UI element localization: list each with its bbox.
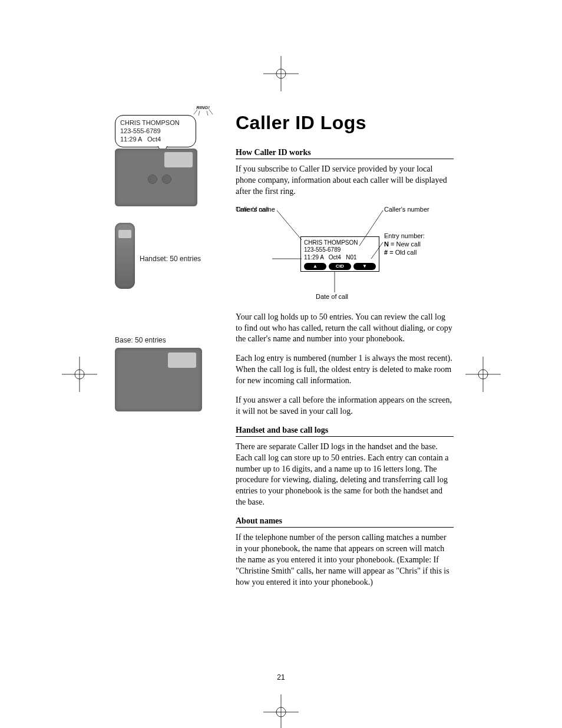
phone-base-illustration-2 — [115, 348, 202, 411]
callout-number: 123-555-6789 — [120, 127, 191, 136]
base-entries-label: Base: 50 entries — [115, 336, 221, 344]
svg-line-12 — [194, 110, 197, 114]
caller-id-callout: RING! CHRIS THOMPSON 123-555-6789 11:29 … — [115, 115, 196, 147]
page-number: 21 — [0, 673, 562, 681]
ring-icon: RING! — [196, 105, 210, 111]
section-heading-handset-base: Handset and base call logs — [236, 426, 454, 437]
body-text: If you answer a call before the informat… — [236, 395, 454, 417]
registration-mark-icon — [263, 694, 299, 728]
callout-time-date: 11:29 A Oct4 — [120, 136, 191, 144]
handset-entries-label: Handset: 50 entries — [140, 255, 221, 263]
svg-line-13 — [199, 111, 200, 116]
svg-line-15 — [207, 111, 208, 116]
svg-point-2 — [276, 69, 286, 78]
diagram-label-entry: Entry number: N = New call # = Old call — [384, 232, 425, 257]
svg-line-14 — [209, 110, 213, 114]
phone-base-illustration — [115, 149, 197, 206]
section-heading-how-works: How Caller ID works — [236, 148, 454, 159]
body-text: There are separate Caller ID logs in the… — [236, 442, 454, 508]
diagram-label-time: Time of call — [236, 206, 269, 213]
body-text: If the telephone number of the person ca… — [236, 532, 454, 588]
callout-name: CHRIS THOMPSON — [120, 119, 191, 127]
handset-illustration — [115, 223, 135, 289]
softkey-down-icon: ▼ — [353, 263, 376, 270]
lcd-row3: 11:29 A Oct4 N01 — [304, 254, 376, 262]
softkey-up-icon: ▲ — [304, 263, 326, 270]
lcd-name: CHRIS THOMPSON — [304, 239, 376, 247]
body-text: If you subscribe to Caller ID service pr… — [236, 164, 454, 197]
section-heading-about-names: About names — [236, 516, 454, 528]
diagram-label-number: Caller's number — [384, 206, 429, 213]
lcd-number: 123-555-6789 — [304, 246, 376, 254]
main-column: Caller ID Logs How Caller ID works If yo… — [236, 112, 454, 597]
sidebar-illustrations: RING! CHRIS THOMPSON 123-555-6789 11:29 … — [115, 115, 221, 411]
diagram-label-date: Date of call — [316, 293, 348, 300]
registration-mark-icon — [62, 357, 97, 392]
body-text: Each log entry is numbered (number 1 is … — [236, 353, 454, 387]
svg-point-11 — [478, 370, 488, 379]
registration-mark-icon — [465, 357, 501, 392]
body-text: Your call log holds up to 50 entries. Yo… — [236, 312, 454, 345]
lcd-softkeys: ▲ CID ▼ — [304, 263, 376, 270]
svg-point-8 — [75, 370, 84, 379]
page-title: Caller ID Logs — [236, 112, 454, 134]
svg-point-5 — [276, 707, 286, 717]
lcd-screen: CHRIS THOMPSON 123-555-6789 11:29 A Oct4… — [300, 236, 379, 272]
caller-id-diagram: Caller's name Caller's number Time of ca… — [236, 206, 448, 306]
softkey-cid: CID — [329, 263, 351, 270]
registration-mark-icon — [263, 56, 299, 91]
page: RING! CHRIS THOMPSON 123-555-6789 11:29 … — [0, 0, 562, 728]
